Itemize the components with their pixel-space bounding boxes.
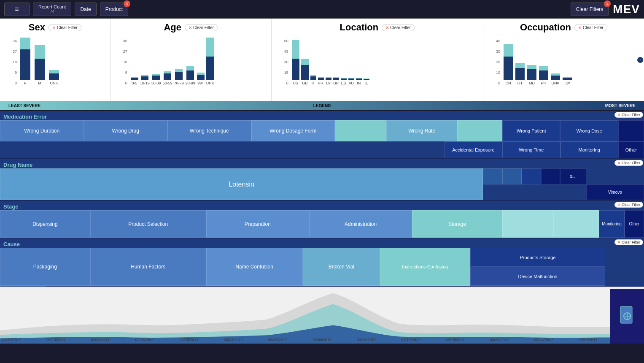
age-bar-50-59[interactable]: 50-59: [163, 38, 172, 85]
date-label: Date: [80, 6, 91, 12]
loc-bar-LV[interactable]: LV: [326, 38, 331, 85]
tm-drug-sm2[interactable]: [502, 168, 522, 184]
age-bar-30-39[interactable]: 30-39: [151, 38, 161, 85]
date-button[interactable]: Date: [75, 3, 96, 16]
occ-bar-CN[interactable]: CN: [504, 38, 513, 85]
tm-empty2[interactable]: [457, 120, 502, 141]
cause-section: Cause Clear Filter Packaging Human Facto…: [0, 238, 644, 286]
drug-name-label: Drug Name: [0, 160, 36, 169]
tm-products-storage[interactable]: Products Storage: [470, 248, 606, 267]
menu-button[interactable]: ≡: [4, 3, 30, 16]
occ-bar-OT[interactable]: OT: [515, 38, 525, 85]
location-y-axis: 604530150: [284, 39, 290, 85]
tm-instructions-confusing[interactable]: Instructions Confusing: [380, 248, 470, 286]
tm-storage[interactable]: Storage: [412, 210, 502, 238]
tm-stage-light1[interactable]: [502, 210, 554, 238]
age-bar-0-5[interactable]: 0-5: [131, 38, 138, 85]
loc-bar-US[interactable]: US: [292, 38, 299, 85]
report-count-button[interactable]: Report Count 74: [33, 3, 71, 16]
occupation-chart-title: Occupation Clear Filter: [488, 22, 640, 33]
timeseries-chart: 02/16/2017 02/19/2017 02/22/2017 02/25/2…: [0, 287, 644, 344]
legend-most-severe: MOST SEVERE: [605, 103, 636, 108]
location-bar-chart: US GB IT: [290, 39, 479, 85]
tm-simonemed[interactable]: Si...: [560, 168, 586, 184]
sex-clear-filter-button[interactable]: Clear Filter: [49, 24, 81, 31]
tm-lotensin[interactable]: Lotensin: [0, 168, 483, 200]
tm-wrong-time[interactable]: Wrong Time: [502, 141, 560, 158]
tm-drug-sm1[interactable]: [483, 168, 502, 184]
occupation-bar-chart: CN OT MD: [501, 39, 640, 85]
loc-bar-BR[interactable]: BR: [333, 38, 339, 85]
tm-empty3[interactable]: [618, 120, 644, 141]
tm-product-selection[interactable]: Product Selection: [90, 210, 206, 238]
age-chart-title: Age Clear Filter: [115, 22, 267, 33]
age-bar-99plus[interactable]: 99+: [197, 38, 205, 85]
tm-drug-sm3[interactable]: [522, 168, 541, 184]
occ-bar-MD[interactable]: MD: [527, 38, 536, 85]
tm-wrong-drug[interactable]: Wrong Drug: [84, 120, 168, 141]
stage-label: Stage: [0, 202, 22, 211]
sex-bar-F[interactable]: F: [20, 38, 30, 85]
scroll-indicator[interactable]: ›: [637, 57, 643, 63]
timeseries-svg: [0, 287, 644, 344]
age-bar-UNK[interactable]: UNK: [206, 38, 214, 85]
tm-packaging[interactable]: Packaging: [0, 248, 90, 286]
occ-bar-PH[interactable]: PH: [539, 38, 548, 85]
occ-bar-UNK[interactable]: UNK: [551, 38, 560, 85]
sex-chart-panel: Sex Clear Filter 36271890 F: [0, 19, 110, 101]
occ-bar-LW[interactable]: LW: [563, 38, 572, 85]
clear-filters-button[interactable]: Clear Filters 4: [571, 3, 609, 16]
loc-bar-ES[interactable]: ES: [341, 38, 347, 85]
drug-name-treemap-row: Lotensin Si... Vimovo: [0, 168, 644, 200]
tm-wrong-rate[interactable]: Wrong Rate: [386, 120, 457, 141]
tm-stage-light2[interactable]: [554, 210, 599, 238]
tm-monitoring[interactable]: Monitoring: [560, 141, 618, 158]
medication-error-clear-filter[interactable]: Clear Filter: [614, 112, 643, 118]
age-chart-panel: Age Clear Filter 36271890 0-5: [110, 19, 272, 101]
sex-bar-UNK[interactable]: UNK: [49, 38, 59, 85]
tm-name-confusion[interactable]: Name Confusion: [206, 248, 303, 286]
tm-wrong-technique[interactable]: Wrong Technique: [167, 120, 251, 141]
age-bar-70-79[interactable]: 70-79: [174, 38, 184, 85]
tm-empty1[interactable]: [335, 120, 386, 141]
medication-error-label: Medication Error: [0, 112, 50, 121]
tm-accidental-exposure[interactable]: Accidental Exposure: [445, 141, 502, 158]
tm-preparation[interactable]: Preparation: [206, 210, 309, 238]
tm-device-malfunction[interactable]: Device Malfunction: [470, 267, 606, 286]
report-count-value: 74: [50, 9, 54, 14]
tm-wrong-dose[interactable]: Wrong Dose: [560, 120, 618, 141]
tm-vimovo[interactable]: Vimovo: [586, 184, 644, 200]
loc-bar-GB[interactable]: GB: [301, 38, 309, 85]
tm-wrong-patient[interactable]: Wrong Patient: [502, 120, 560, 141]
age-clear-filter-button[interactable]: Clear Filter: [185, 24, 218, 31]
tm-drug-sm4[interactable]: [541, 168, 560, 184]
tm-broken-vial[interactable]: Broken Vial: [303, 248, 380, 286]
loc-bar-IN[interactable]: IN: [356, 38, 362, 85]
tm-other-med[interactable]: Other: [618, 141, 644, 158]
loc-bar-AU[interactable]: AU: [348, 38, 354, 85]
tm-stage-other[interactable]: Other: [625, 210, 644, 238]
tm-stage-monitoring[interactable]: Monitoring: [599, 210, 625, 238]
tm-administration[interactable]: Administration: [309, 210, 412, 238]
occupation-clear-filter-button[interactable]: Clear Filter: [574, 24, 607, 31]
loc-bar-IE[interactable]: IE: [364, 38, 369, 85]
sex-bar-M[interactable]: M: [35, 38, 45, 85]
age-bar-10-19[interactable]: 10-19: [140, 38, 150, 85]
tm-human-factors[interactable]: Human Factors: [90, 248, 206, 286]
product-button[interactable]: Product ✕: [100, 3, 128, 16]
age-bar-90-99[interactable]: 90-99: [186, 38, 195, 85]
tm-wrong-duration[interactable]: Wrong Duration: [0, 120, 84, 141]
export-icon-panel[interactable]: [610, 289, 644, 344]
location-clear-filter-button[interactable]: Clear Filter: [382, 24, 415, 31]
legend-center: LEGEND: [313, 103, 331, 108]
cause-clear-filter[interactable]: Clear Filter: [614, 239, 643, 245]
loc-bar-IT[interactable]: IT: [310, 38, 316, 85]
drug-name-clear-filter[interactable]: Clear Filter: [614, 160, 643, 166]
legend-least-severe: LEAST SEVERE: [8, 103, 40, 108]
tm-dispensing[interactable]: Dispensing: [0, 210, 90, 238]
loc-bar-FR[interactable]: FR: [318, 38, 324, 85]
legend-bar: LEAST SEVERE LEGEND MOST SEVERE: [0, 101, 644, 110]
header: ≡ Report Count 74 Date Product ✕ Clear F…: [0, 0, 644, 19]
stage-clear-filter[interactable]: Clear Filter: [614, 202, 643, 208]
tm-wrong-dosage-form[interactable]: Wrong Dosage Form: [251, 120, 335, 141]
